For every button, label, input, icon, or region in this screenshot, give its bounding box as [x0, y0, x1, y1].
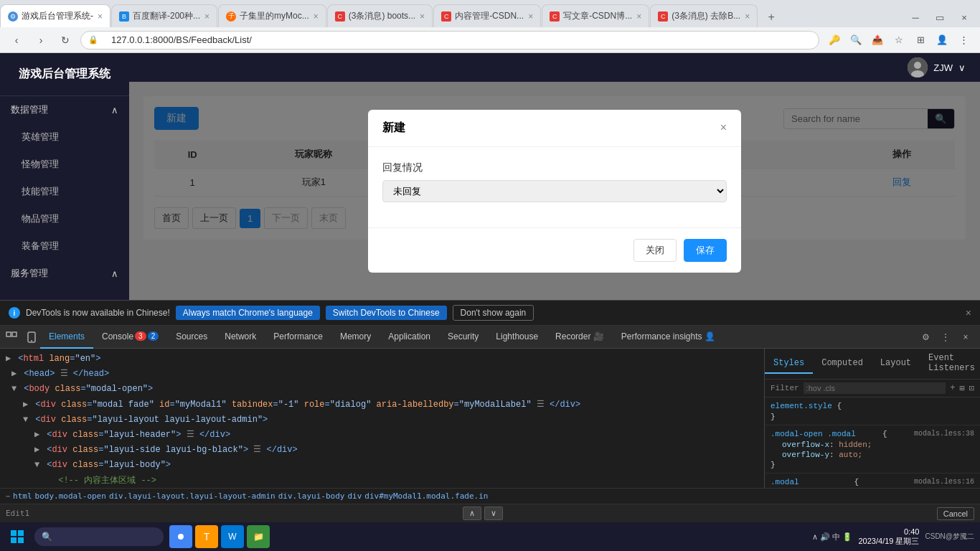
taskbar-search-input[interactable]: [57, 532, 157, 542]
modal-save-button[interactable]: 保存: [684, 239, 727, 262]
zoom-button[interactable]: 🔍: [847, 31, 865, 50]
editor-up-button[interactable]: ∧: [463, 507, 481, 520]
filter-input[interactable]: [804, 382, 946, 394]
style-prop-overflow-y: overflow-y: auto;: [771, 450, 974, 460]
style-tab-styles[interactable]: Styles: [765, 354, 813, 374]
devtools-tab-lighthouse[interactable]: Lighthouse: [487, 326, 547, 349]
user-dropdown-icon[interactable]: ∨: [958, 62, 966, 73]
taskbar-app-chrome[interactable]: [169, 525, 192, 548]
key-icon[interactable]: 🔑: [825, 31, 844, 50]
app-content: 新建 🔍 ID 玩家昵称: [129, 82, 980, 300]
tab-close-2[interactable]: ×: [204, 11, 209, 22]
refresh-button[interactable]: ↻: [56, 31, 75, 50]
editor-cancel-button[interactable]: Cancel: [937, 507, 974, 520]
sidebar-item-hero[interactable]: 英雄管理: [0, 123, 129, 151]
minimize-button[interactable]: ─: [905, 7, 925, 27]
style-tab-event-listeners[interactable]: Event Listeners: [920, 349, 980, 379]
breadcrumb-body[interactable]: body.modal-open: [35, 491, 106, 501]
devtools-inspect-button[interactable]: [3, 329, 20, 346]
add-style-icon[interactable]: +: [950, 383, 955, 393]
modal-close-button[interactable]: 关闭: [633, 239, 677, 262]
sidebar-item-monster[interactable]: 怪物管理: [0, 151, 129, 178]
sidebar-toggle[interactable]: ⊞: [911, 31, 930, 50]
devtools-settings-button[interactable]: ⚙: [917, 329, 934, 346]
breadcrumb-html[interactable]: html: [13, 491, 32, 501]
new-tab-button[interactable]: +: [761, 7, 781, 27]
start-button[interactable]: [6, 525, 29, 548]
tab-close-6[interactable]: ×: [636, 11, 641, 22]
bookmark-button[interactable]: ☆: [890, 31, 908, 50]
back-button[interactable]: ‹: [7, 31, 26, 50]
devtools-tab-application[interactable]: Application: [380, 326, 439, 349]
notify-switch-lang-button[interactable]: Switch DevTools to Chinese: [326, 306, 447, 320]
html-line-side[interactable]: ▶ <div class="layui-side layui-bg-black"…: [0, 443, 764, 458]
style-tab-computed[interactable]: Computed: [813, 354, 872, 374]
devtools-tab-elements[interactable]: Elements: [40, 326, 93, 349]
html-line-header[interactable]: ▶ <div class="layui-header"> ☰ </div>: [0, 428, 764, 443]
tab-close-4[interactable]: ×: [420, 11, 425, 22]
notify-close-button[interactable]: ×: [966, 307, 971, 319]
maximize-button[interactable]: ▭: [930, 7, 950, 27]
tab-close-1[interactable]: ×: [98, 11, 103, 22]
close-window-button[interactable]: ×: [954, 7, 974, 27]
devtools-tab-perf-insights[interactable]: Performance insights 👤: [613, 326, 724, 349]
sidebar-item-skill[interactable]: 技能管理: [0, 178, 129, 205]
cast-button[interactable]: 📤: [868, 31, 887, 50]
devtools-tab-performance[interactable]: Performance: [265, 326, 331, 349]
devtools-tab-console[interactable]: Console 3 2: [93, 326, 167, 349]
modal-close-x[interactable]: ×: [720, 121, 727, 134]
devtools-tab-sources[interactable]: Sources: [167, 326, 216, 349]
app-header: ZJW ∨: [129, 53, 980, 82]
html-line-layout[interactable]: ▼ <div class="layui-layout layui-layout-…: [0, 413, 764, 428]
tab-close-3[interactable]: ×: [314, 11, 319, 22]
tab-4[interactable]: C (3条消息) boots... ×: [327, 4, 433, 27]
devtools-more-button[interactable]: ⋮: [937, 329, 954, 346]
notify-dont-show-button[interactable]: Don't show again: [453, 305, 534, 321]
editor-down-button[interactable]: ∨: [484, 507, 503, 520]
taskbar-app-3[interactable]: 📁: [247, 525, 270, 548]
taskbar-search-box[interactable]: 🔍: [34, 527, 164, 546]
tab-close-7[interactable]: ×: [745, 11, 750, 22]
breadcrumb-layout[interactable]: div.layui-layout.layui-layout-admin: [109, 491, 275, 501]
sidebar-item-equipment[interactable]: 装备管理: [0, 232, 129, 260]
html-line-modal[interactable]: ▶ <div class="modal fade" id="myModal1" …: [0, 397, 764, 413]
taskbar-app-2[interactable]: W: [221, 525, 244, 548]
devtools-mobile-button[interactable]: [23, 329, 40, 346]
sidebar-item-item[interactable]: 物品管理: [0, 205, 129, 232]
forward-button[interactable]: ›: [32, 31, 50, 50]
sidebar-group-service[interactable]: 服务管理 ∧: [0, 260, 129, 287]
style-tab-layout[interactable]: Layout: [872, 354, 920, 374]
html-line-body-div[interactable]: ▼ <div class="layui-body">: [0, 458, 764, 473]
style-icon-1[interactable]: ⊞: [960, 383, 965, 394]
reply-select[interactable]: 未回复 已回复: [382, 180, 727, 202]
devtools-tab-security[interactable]: Security: [439, 326, 487, 349]
html-line-body[interactable]: ▼ <body class="modal-open">: [0, 382, 764, 397]
devtools-tab-memory[interactable]: Memory: [331, 326, 380, 349]
breadcrumb-modal-in[interactable]: div#myModal1.modal.fade.in: [364, 491, 488, 501]
taskbar-right-label: CSDN@梦魇二: [925, 532, 975, 542]
tab-5[interactable]: C 内容管理-CSDN... ×: [433, 4, 541, 27]
html-line-comment[interactable]: <!-- 内容主体区域 -->: [0, 474, 764, 489]
breadcrumb-div[interactable]: div: [347, 491, 362, 501]
menu-button[interactable]: ⋮: [954, 31, 973, 50]
html-line-1[interactable]: ▶ <html lang="en">: [0, 352, 764, 367]
sidebar-group-data[interactable]: 数据管理 ∧: [0, 96, 129, 123]
taskbar-app-1[interactable]: T: [195, 525, 218, 548]
svg-point-1: [914, 62, 921, 69]
devtools-tab-network[interactable]: Network: [216, 326, 265, 349]
url-bar[interactable]: 🔒 127.0.0.1:8000/BS/Feedback/List/: [80, 31, 819, 50]
tab-7[interactable]: C (3条消息) 去除B... ×: [650, 4, 758, 27]
tab-3[interactable]: 子 子集里的myMoc... ×: [218, 4, 326, 27]
style-icon-2[interactable]: ⊡: [969, 383, 974, 394]
breadcrumb-layui-body[interactable]: div.layui-body: [278, 491, 345, 501]
html-line-head[interactable]: ▶ <head> ☰ </head>: [0, 367, 764, 382]
tab-close-5[interactable]: ×: [528, 11, 533, 22]
notify-match-lang-button[interactable]: Always match Chrome's language: [176, 306, 320, 320]
taskbar-search-icon: 🔍: [42, 532, 52, 542]
tab-1[interactable]: ⚙ 游戏后台管理系统- ×: [0, 4, 110, 27]
profile-button[interactable]: 👤: [933, 31, 951, 50]
devtools-tab-recorder[interactable]: Recorder 🎥: [547, 326, 613, 349]
devtools-close-button[interactable]: ×: [957, 329, 974, 346]
tab-6[interactable]: C 写文章-CSDN博... ×: [542, 4, 649, 27]
tab-2[interactable]: B 百度翻译-200种... ×: [111, 4, 217, 27]
